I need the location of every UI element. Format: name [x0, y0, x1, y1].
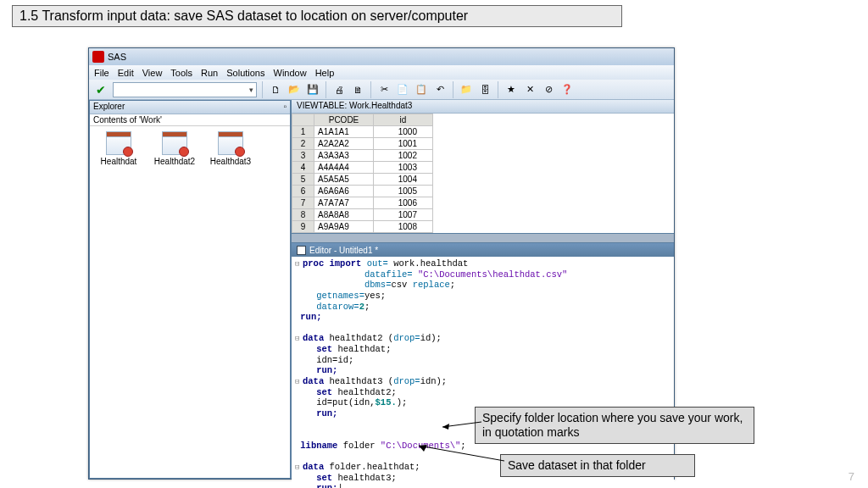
table-cell[interactable]: A4A4A4	[314, 162, 374, 174]
table-row[interactable]: 7A7A7A71006	[292, 197, 433, 209]
panel-control-icon[interactable]: ▫	[283, 102, 287, 113]
menu-help[interactable]: Help	[315, 68, 335, 78]
table-cell[interactable]: 6	[292, 186, 314, 197]
col-pcode[interactable]: PCODE	[314, 114, 374, 126]
table-cell[interactable]: 1	[292, 126, 314, 138]
stop-icon[interactable]: ⊘	[541, 82, 556, 97]
menu-file[interactable]: File	[94, 68, 109, 78]
menu-window[interactable]: Window	[274, 68, 307, 78]
table-row[interactable]: 4A4A4A41003	[292, 162, 433, 174]
preview-icon[interactable]: 🗎	[350, 82, 365, 97]
toolbar-separator	[262, 81, 263, 98]
menu-solutions[interactable]: Solutions	[226, 68, 264, 78]
undo-icon[interactable]: ↶	[432, 82, 448, 97]
viewtable-title-text: VIEWTABLE: Work.Healthdat3	[297, 101, 412, 112]
table-row[interactable]: 1A1A1A11000	[292, 126, 433, 138]
table-row[interactable]: 9A9A9A91008	[292, 221, 433, 233]
table-cell[interactable]: 3	[292, 150, 314, 162]
editor-icon	[297, 246, 306, 255]
col-rownum[interactable]	[292, 114, 314, 126]
table-cell[interactable]: A8A8A8	[314, 209, 374, 221]
table-cell[interactable]: A3A3A3	[314, 150, 374, 162]
dataset-healthdat[interactable]: Healthdat	[95, 131, 142, 166]
table-row[interactable]: 6A6A6A61005	[292, 186, 433, 197]
table-cell[interactable]: 5	[292, 174, 314, 186]
dataset-healthdat2[interactable]: Healthdat2	[151, 131, 198, 166]
explorer-body: Healthdat Healthdat2 Healthdat3	[90, 126, 290, 478]
viewtable-panel: VIEWTABLE: Work.Healthdat3 PCODE id 1A1A…	[292, 100, 674, 234]
table-cell[interactable]: A2A2A2	[314, 138, 374, 150]
table-cell[interactable]: 1003	[374, 162, 433, 174]
toolbar-separator	[370, 81, 371, 98]
cut-icon[interactable]: ✂	[376, 82, 392, 97]
table-cell[interactable]: 1008	[374, 221, 433, 233]
copy-icon[interactable]: 📄	[395, 82, 410, 97]
titlebar[interactable]: SAS	[89, 48, 674, 65]
table-cell[interactable]: 1005	[374, 186, 433, 197]
menubar: File Edit View Tools Run Solutions Windo…	[89, 65, 674, 80]
editor-titlebar[interactable]: Editor - Untitled1 *	[292, 243, 674, 257]
command-combo[interactable]	[113, 82, 257, 97]
run-icon[interactable]: ★	[504, 82, 519, 97]
help-icon[interactable]: ❓	[559, 82, 575, 97]
table-cell[interactable]: A5A5A5	[314, 174, 374, 186]
table-cell[interactable]: 4	[292, 162, 314, 174]
table-row[interactable]: 8A8A8A81007	[292, 209, 433, 221]
explorer-title-text: Explorer	[93, 102, 125, 113]
toolbar-separator	[498, 81, 498, 98]
table-row[interactable]: 5A5A5A51004	[292, 174, 433, 186]
menu-tools[interactable]: Tools	[170, 68, 192, 78]
stop-x-icon[interactable]: ✕	[522, 82, 537, 97]
table-cell[interactable]: A1A1A1	[314, 126, 374, 138]
menu-edit[interactable]: Edit	[118, 68, 134, 78]
lib-icon[interactable]: 🗄	[477, 82, 492, 97]
table-row[interactable]: 3A3A3A31002	[292, 150, 433, 162]
menu-run[interactable]: Run	[201, 68, 218, 78]
dataset-label: Healthdat3	[210, 157, 251, 166]
explorer-subtitle: Contents of 'Work'	[90, 114, 290, 126]
toolbar: ✔ 🗋 📂 💾 🖨 🗎 ✂ 📄 📋 ↶ 📁 🗄 ★ ✕ ⊘ ❓	[89, 80, 674, 100]
page-number: 7	[849, 470, 854, 483]
dataset-healthdat3[interactable]: Healthdat3	[207, 131, 254, 166]
paste-icon[interactable]: 📋	[414, 82, 429, 97]
callout-folder-location: Specify folder location where you save y…	[475, 407, 754, 444]
table-cell[interactable]: 8	[292, 209, 314, 221]
table-cell[interactable]: 2	[292, 138, 314, 150]
toolbar-separator	[453, 81, 453, 98]
dataset-label: Healthdat	[101, 157, 137, 166]
viewtable-title: VIEWTABLE: Work.Healthdat3	[292, 100, 674, 114]
table-cell[interactable]: 9	[292, 221, 314, 233]
print-icon[interactable]: 🖨	[331, 82, 347, 97]
table-cell[interactable]: 7	[292, 197, 314, 209]
table-cell[interactable]: 1000	[374, 126, 433, 138]
toolbar-separator	[326, 81, 326, 98]
save-icon[interactable]: 💾	[305, 82, 320, 97]
explorer-icon[interactable]: 📁	[459, 82, 474, 97]
sas-app-icon	[92, 51, 104, 63]
callout-save-dataset: Save dataset in that folder	[500, 454, 695, 477]
table-cell[interactable]: A6A6A6	[314, 186, 374, 197]
table-header-row: PCODE id	[292, 114, 433, 126]
table-icon	[162, 131, 187, 155]
dataset-label: Healthdat2	[154, 157, 195, 166]
table-cell[interactable]: A9A9A9	[314, 221, 374, 233]
table-cell[interactable]: A7A7A7	[314, 197, 374, 209]
table-row[interactable]: 2A2A2A21001	[292, 138, 433, 150]
viewtable-grid[interactable]: PCODE id 1A1A1A110002A2A2A210013A3A3A310…	[292, 114, 433, 233]
col-id[interactable]: id	[374, 114, 433, 126]
table-icon	[106, 131, 131, 155]
table-cell[interactable]: 1004	[374, 174, 433, 186]
slide-title: 1.5 Transform input data: save SAS datas…	[12, 5, 622, 27]
open-icon[interactable]: 📂	[287, 82, 302, 97]
table-cell[interactable]: 1002	[374, 150, 433, 162]
editor-title-text: Editor - Untitled1 *	[309, 246, 378, 255]
table-cell[interactable]: 1007	[374, 209, 433, 221]
app-title: SAS	[108, 52, 126, 62]
explorer-title: Explorer ▫	[90, 101, 290, 114]
new-icon[interactable]: 🗋	[268, 82, 283, 97]
explorer-panel: Explorer ▫ Contents of 'Work' Healthdat …	[89, 100, 291, 479]
menu-view[interactable]: View	[142, 68, 163, 78]
submit-icon[interactable]: ✔	[96, 83, 106, 97]
table-cell[interactable]: 1006	[374, 197, 433, 209]
table-cell[interactable]: 1001	[374, 138, 433, 150]
